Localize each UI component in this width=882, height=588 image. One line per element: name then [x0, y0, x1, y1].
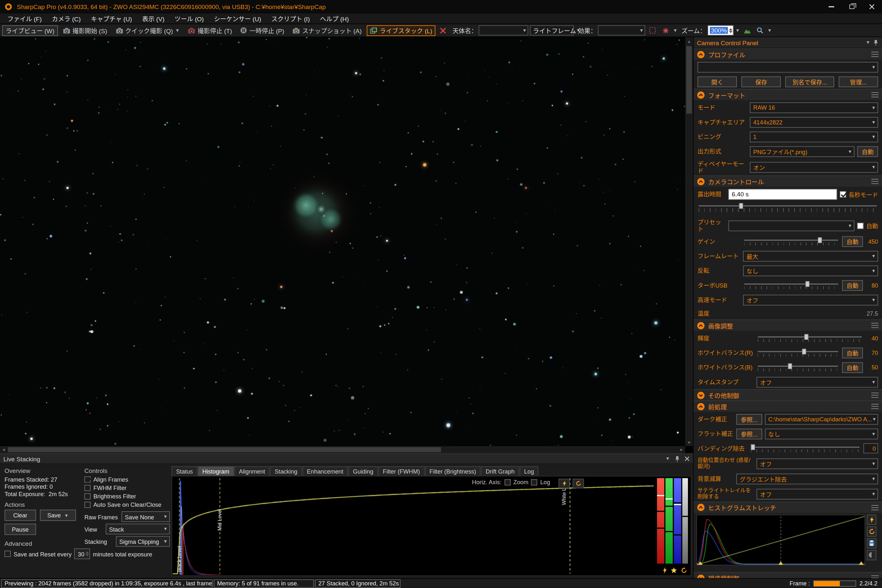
brightness-filter-checkbox[interactable] — [84, 493, 91, 499]
tab-histogram[interactable]: Histogram — [198, 466, 234, 476]
section-header-preprocessing[interactable]: 前処理 — [693, 401, 882, 412]
view-combo[interactable]: Stack▼ — [106, 524, 170, 534]
tab-log[interactable]: Log — [520, 466, 538, 476]
luminance-bar[interactable] — [682, 478, 688, 564]
zoom-dropdown-icon[interactable]: ▼ — [735, 28, 740, 33]
section-header-other-controls[interactable]: その他制御 — [693, 389, 882, 401]
stretch-save-button[interactable] — [867, 538, 876, 548]
vertical-scrollbar[interactable]: ▲ ▼ — [685, 37, 693, 446]
menu-scripting[interactable]: スクリプト (I) — [266, 14, 315, 24]
save-button[interactable]: Save▼ — [40, 510, 76, 521]
section-menu-icon[interactable] — [872, 92, 879, 98]
exposure-slider[interactable] — [698, 203, 878, 215]
scroll-up-arrow[interactable]: ▲ — [685, 37, 693, 45]
start-capture-button[interactable]: 撮影開始 (S) — [60, 25, 111, 36]
scroll-left-arrow[interactable]: ◄ — [0, 446, 8, 454]
preset-auto-checkbox[interactable] — [857, 222, 863, 228]
menu-tools[interactable]: ツール (O) — [170, 14, 209, 24]
tab-status[interactable]: Status — [171, 466, 197, 476]
pause-stack-button[interactable]: Pause — [4, 524, 36, 535]
turbo-usb-slider[interactable] — [743, 281, 839, 290]
wb-blue-slider-thumb[interactable] — [788, 363, 792, 369]
tab-enhancement[interactable]: Enhancement — [302, 466, 348, 476]
frame-type-combo[interactable]: ライトフレーム▼ — [530, 26, 574, 36]
wb-blue-auto-button[interactable]: 自動 — [842, 362, 863, 373]
minimize-button[interactable] — [821, 0, 842, 14]
zoom-spinner[interactable] — [729, 28, 732, 33]
menu-file[interactable]: ファイル (F) — [2, 14, 47, 24]
exposure-input[interactable]: 6.40 s — [729, 189, 837, 200]
fwhm-filter-checkbox[interactable] — [84, 484, 91, 490]
turbo-auto-button[interactable]: 自動 — [842, 280, 863, 291]
dark-file-combo[interactable]: C:\home\star\SharpCap\darks\ZWO A...▼ — [765, 414, 878, 424]
section-header-camera-controls[interactable]: カメラコントロール — [693, 176, 882, 187]
mode-combo[interactable]: RAW 16▼ — [750, 102, 878, 113]
menu-sequencer[interactable]: シーケンサー (U) — [209, 14, 266, 24]
horizontal-scroll-thumb[interactable] — [8, 447, 441, 452]
profile-save-as-button[interactable]: 別名で保存... — [786, 76, 834, 87]
timestamp-combo[interactable]: オフ▼ — [757, 377, 878, 387]
wb-red-slider[interactable] — [757, 348, 840, 357]
menu-camera[interactable]: カメラ (C) — [47, 14, 86, 24]
output-format-combo[interactable]: PNGファイル(*.png)▼ — [750, 146, 855, 157]
output-auto-button[interactable]: 自動 — [857, 146, 878, 157]
stretch-reset-button[interactable] — [867, 526, 876, 536]
save-dropdown-icon[interactable]: ▼ — [64, 513, 69, 518]
menu-help[interactable]: ヘルプ (H) — [315, 14, 354, 24]
selection-area-button[interactable] — [647, 25, 658, 36]
tab-guiding[interactable]: Guiding — [348, 466, 378, 476]
section-menu-icon[interactable] — [872, 575, 879, 578]
background-subtract-combo[interactable]: グラジエント除去▼ — [736, 473, 878, 484]
section-header-image-controls[interactable]: 画像調整 — [693, 320, 882, 331]
auto-save-checkbox[interactable] — [84, 502, 91, 508]
stop-capture-button[interactable]: 撮影停止 (T) — [185, 25, 236, 36]
red-channel-bar[interactable] — [657, 478, 664, 564]
pause-button[interactable]: 一時停止 (P) — [237, 25, 288, 36]
profile-combo[interactable]: ▼ — [698, 62, 878, 72]
vertical-scroll-thumb[interactable] — [686, 46, 692, 114]
star-icon[interactable] — [670, 567, 677, 574]
brightness-slider[interactable] — [757, 334, 863, 342]
wb-red-slider-thumb[interactable] — [802, 348, 806, 354]
horizontal-scrollbar[interactable]: ◄ ► — [0, 446, 685, 454]
binning-combo[interactable]: 1▼ — [750, 131, 878, 142]
section-header-profile[interactable]: プロファイル — [693, 48, 882, 60]
section-header-scope-controls[interactable]: 望遠鏡制御 — [693, 572, 882, 578]
section-menu-icon[interactable] — [872, 323, 879, 328]
histogram-auto-stretch-button[interactable] — [559, 479, 570, 488]
highspeed-combo[interactable]: オフ▼ — [743, 295, 878, 305]
framerate-combo[interactable]: 最大▼ — [743, 251, 878, 261]
section-menu-icon[interactable] — [872, 393, 879, 398]
save-reset-checkbox[interactable] — [4, 550, 10, 557]
align-frames-checkbox[interactable] — [84, 476, 91, 482]
panel-dropdown-icon[interactable]: ▼ — [665, 456, 670, 461]
reticle-button[interactable] — [660, 25, 672, 36]
tab-drift-graph[interactable]: Drift Graph — [481, 466, 519, 476]
stretch-auto-button[interactable] — [867, 514, 876, 525]
log-checkbox[interactable] — [531, 479, 537, 485]
snapshot-button[interactable]: スナップショット (A) — [289, 25, 365, 36]
flat-file-combo[interactable]: なし▼ — [765, 428, 878, 439]
capture-area-combo[interactable]: 4144x2822▼ — [750, 117, 878, 128]
live-view-button[interactable]: ライブビュー (W) — [2, 25, 58, 36]
pin-icon[interactable] — [873, 39, 879, 46]
section-header-format[interactable]: フォーマット — [693, 89, 882, 100]
zoom-combo[interactable]: 300% — [708, 26, 734, 36]
reticle-dropdown-icon[interactable]: ▼ — [673, 28, 678, 33]
scroll-down-arrow[interactable]: ▼ — [685, 438, 693, 446]
satellite-trail-combo[interactable]: オフ▼ — [757, 488, 878, 499]
histogram-stretch-plot[interactable] — [696, 514, 865, 565]
close-button[interactable] — [862, 0, 882, 14]
reject-frame-button[interactable] — [438, 25, 449, 36]
pin-icon[interactable] — [674, 455, 680, 462]
section-header-histogram-stretch[interactable]: ヒストグラムストレッチ — [693, 502, 882, 513]
tab-filter-brightness[interactable]: Filter (Brightness) — [425, 466, 480, 476]
scroll-right-arrow[interactable]: ► — [678, 446, 686, 454]
raw-frames-combo[interactable]: Save None▼ — [122, 511, 170, 522]
maximize-button[interactable] — [842, 0, 862, 14]
auto-align-combo[interactable]: オフ▼ — [757, 458, 878, 469]
live-stack-button[interactable]: ライブスタック (L) — [367, 25, 436, 36]
gain-slider-thumb[interactable] — [818, 237, 822, 243]
section-menu-icon[interactable] — [872, 179, 879, 184]
zoom-checkbox[interactable] — [504, 479, 511, 485]
